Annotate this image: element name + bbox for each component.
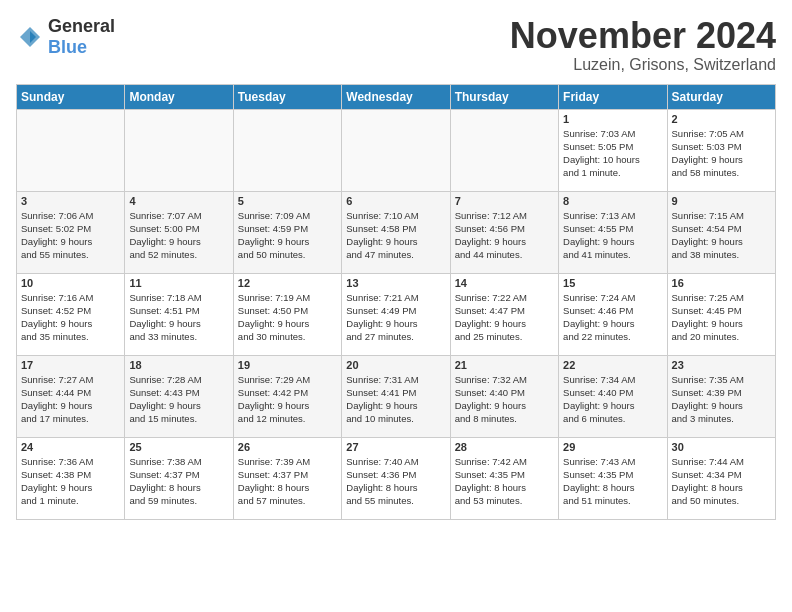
day-info: Sunrise: 7:25 AM Sunset: 4:45 PM Dayligh… — [672, 291, 771, 344]
day-info: Sunrise: 7:39 AM Sunset: 4:37 PM Dayligh… — [238, 455, 337, 508]
day-number: 9 — [672, 195, 771, 207]
day-cell: 12Sunrise: 7:19 AM Sunset: 4:50 PM Dayli… — [233, 273, 341, 355]
day-cell: 17Sunrise: 7:27 AM Sunset: 4:44 PM Dayli… — [17, 355, 125, 437]
day-info: Sunrise: 7:42 AM Sunset: 4:35 PM Dayligh… — [455, 455, 554, 508]
day-info: Sunrise: 7:44 AM Sunset: 4:34 PM Dayligh… — [672, 455, 771, 508]
day-cell: 25Sunrise: 7:38 AM Sunset: 4:37 PM Dayli… — [125, 437, 233, 519]
day-cell: 24Sunrise: 7:36 AM Sunset: 4:38 PM Dayli… — [17, 437, 125, 519]
location: Luzein, Grisons, Switzerland — [510, 56, 776, 74]
day-info: Sunrise: 7:03 AM Sunset: 5:05 PM Dayligh… — [563, 127, 662, 180]
day-info: Sunrise: 7:19 AM Sunset: 4:50 PM Dayligh… — [238, 291, 337, 344]
day-cell: 13Sunrise: 7:21 AM Sunset: 4:49 PM Dayli… — [342, 273, 450, 355]
day-info: Sunrise: 7:28 AM Sunset: 4:43 PM Dayligh… — [129, 373, 228, 426]
week-row-3: 10Sunrise: 7:16 AM Sunset: 4:52 PM Dayli… — [17, 273, 776, 355]
day-number: 23 — [672, 359, 771, 371]
month-title: November 2024 — [510, 16, 776, 56]
day-cell: 29Sunrise: 7:43 AM Sunset: 4:35 PM Dayli… — [559, 437, 667, 519]
week-row-5: 24Sunrise: 7:36 AM Sunset: 4:38 PM Dayli… — [17, 437, 776, 519]
day-info: Sunrise: 7:10 AM Sunset: 4:58 PM Dayligh… — [346, 209, 445, 262]
day-info: Sunrise: 7:22 AM Sunset: 4:47 PM Dayligh… — [455, 291, 554, 344]
day-number: 21 — [455, 359, 554, 371]
day-number: 1 — [563, 113, 662, 125]
day-info: Sunrise: 7:24 AM Sunset: 4:46 PM Dayligh… — [563, 291, 662, 344]
logo-icon — [16, 23, 44, 51]
day-cell: 20Sunrise: 7:31 AM Sunset: 4:41 PM Dayli… — [342, 355, 450, 437]
day-cell: 16Sunrise: 7:25 AM Sunset: 4:45 PM Dayli… — [667, 273, 775, 355]
day-number: 26 — [238, 441, 337, 453]
day-number: 20 — [346, 359, 445, 371]
day-cell: 8Sunrise: 7:13 AM Sunset: 4:55 PM Daylig… — [559, 191, 667, 273]
day-info: Sunrise: 7:34 AM Sunset: 4:40 PM Dayligh… — [563, 373, 662, 426]
day-cell: 19Sunrise: 7:29 AM Sunset: 4:42 PM Dayli… — [233, 355, 341, 437]
day-number: 25 — [129, 441, 228, 453]
day-cell — [342, 109, 450, 191]
day-number: 12 — [238, 277, 337, 289]
title-block: November 2024 Luzein, Grisons, Switzerla… — [510, 16, 776, 74]
day-number: 2 — [672, 113, 771, 125]
week-row-4: 17Sunrise: 7:27 AM Sunset: 4:44 PM Dayli… — [17, 355, 776, 437]
week-row-1: 1Sunrise: 7:03 AM Sunset: 5:05 PM Daylig… — [17, 109, 776, 191]
day-cell: 9Sunrise: 7:15 AM Sunset: 4:54 PM Daylig… — [667, 191, 775, 273]
day-info: Sunrise: 7:38 AM Sunset: 4:37 PM Dayligh… — [129, 455, 228, 508]
day-number: 8 — [563, 195, 662, 207]
day-cell: 22Sunrise: 7:34 AM Sunset: 4:40 PM Dayli… — [559, 355, 667, 437]
day-number: 19 — [238, 359, 337, 371]
day-cell: 18Sunrise: 7:28 AM Sunset: 4:43 PM Dayli… — [125, 355, 233, 437]
day-cell: 7Sunrise: 7:12 AM Sunset: 4:56 PM Daylig… — [450, 191, 558, 273]
day-cell — [125, 109, 233, 191]
day-number: 3 — [21, 195, 120, 207]
day-cell: 30Sunrise: 7:44 AM Sunset: 4:34 PM Dayli… — [667, 437, 775, 519]
day-number: 24 — [21, 441, 120, 453]
week-row-2: 3Sunrise: 7:06 AM Sunset: 5:02 PM Daylig… — [17, 191, 776, 273]
day-info: Sunrise: 7:13 AM Sunset: 4:55 PM Dayligh… — [563, 209, 662, 262]
day-cell: 5Sunrise: 7:09 AM Sunset: 4:59 PM Daylig… — [233, 191, 341, 273]
weekday-header-tuesday: Tuesday — [233, 84, 341, 109]
day-number: 22 — [563, 359, 662, 371]
day-number: 5 — [238, 195, 337, 207]
weekday-header-sunday: Sunday — [17, 84, 125, 109]
calendar-table: SundayMondayTuesdayWednesdayThursdayFrid… — [16, 84, 776, 520]
day-info: Sunrise: 7:06 AM Sunset: 5:02 PM Dayligh… — [21, 209, 120, 262]
day-number: 29 — [563, 441, 662, 453]
weekday-header-wednesday: Wednesday — [342, 84, 450, 109]
logo-blue: Blue — [48, 37, 87, 57]
day-number: 28 — [455, 441, 554, 453]
day-number: 7 — [455, 195, 554, 207]
day-number: 18 — [129, 359, 228, 371]
day-number: 30 — [672, 441, 771, 453]
logo-text: General Blue — [48, 16, 115, 58]
day-cell: 1Sunrise: 7:03 AM Sunset: 5:05 PM Daylig… — [559, 109, 667, 191]
day-number: 13 — [346, 277, 445, 289]
day-info: Sunrise: 7:35 AM Sunset: 4:39 PM Dayligh… — [672, 373, 771, 426]
weekday-header-monday: Monday — [125, 84, 233, 109]
day-number: 10 — [21, 277, 120, 289]
day-cell: 15Sunrise: 7:24 AM Sunset: 4:46 PM Dayli… — [559, 273, 667, 355]
day-info: Sunrise: 7:05 AM Sunset: 5:03 PM Dayligh… — [672, 127, 771, 180]
day-cell: 6Sunrise: 7:10 AM Sunset: 4:58 PM Daylig… — [342, 191, 450, 273]
day-cell: 26Sunrise: 7:39 AM Sunset: 4:37 PM Dayli… — [233, 437, 341, 519]
day-info: Sunrise: 7:43 AM Sunset: 4:35 PM Dayligh… — [563, 455, 662, 508]
day-cell: 27Sunrise: 7:40 AM Sunset: 4:36 PM Dayli… — [342, 437, 450, 519]
day-cell: 3Sunrise: 7:06 AM Sunset: 5:02 PM Daylig… — [17, 191, 125, 273]
day-cell — [450, 109, 558, 191]
day-cell: 4Sunrise: 7:07 AM Sunset: 5:00 PM Daylig… — [125, 191, 233, 273]
day-cell — [17, 109, 125, 191]
logo: General Blue — [16, 16, 115, 58]
weekday-header-friday: Friday — [559, 84, 667, 109]
day-number: 14 — [455, 277, 554, 289]
day-info: Sunrise: 7:07 AM Sunset: 5:00 PM Dayligh… — [129, 209, 228, 262]
day-number: 17 — [21, 359, 120, 371]
header: General Blue November 2024 Luzein, Griso… — [16, 16, 776, 74]
day-cell: 11Sunrise: 7:18 AM Sunset: 4:51 PM Dayli… — [125, 273, 233, 355]
day-number: 6 — [346, 195, 445, 207]
day-cell: 10Sunrise: 7:16 AM Sunset: 4:52 PM Dayli… — [17, 273, 125, 355]
day-cell: 21Sunrise: 7:32 AM Sunset: 4:40 PM Dayli… — [450, 355, 558, 437]
day-info: Sunrise: 7:36 AM Sunset: 4:38 PM Dayligh… — [21, 455, 120, 508]
day-number: 4 — [129, 195, 228, 207]
day-info: Sunrise: 7:31 AM Sunset: 4:41 PM Dayligh… — [346, 373, 445, 426]
day-cell: 28Sunrise: 7:42 AM Sunset: 4:35 PM Dayli… — [450, 437, 558, 519]
day-number: 11 — [129, 277, 228, 289]
day-info: Sunrise: 7:09 AM Sunset: 4:59 PM Dayligh… — [238, 209, 337, 262]
weekday-header-thursday: Thursday — [450, 84, 558, 109]
weekday-header-saturday: Saturday — [667, 84, 775, 109]
